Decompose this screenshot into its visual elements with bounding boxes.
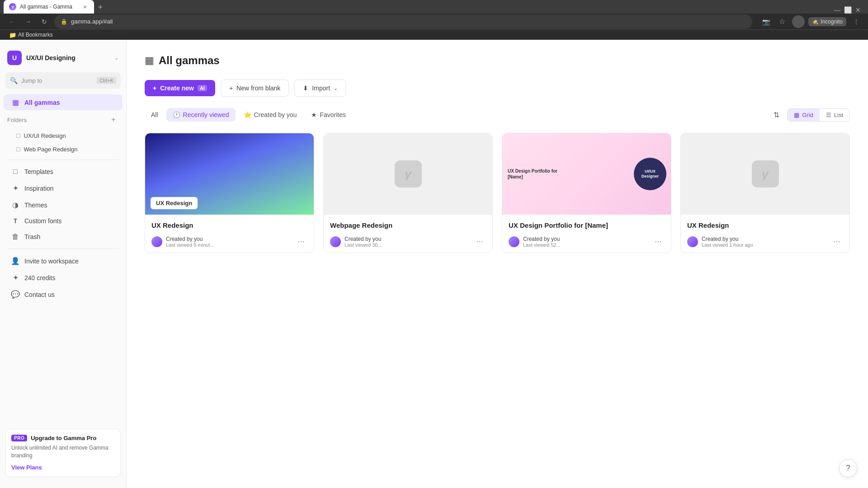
tab-close-btn[interactable]: ✕ (81, 3, 89, 10)
card-more-btn-1[interactable]: ⋯ (295, 235, 307, 248)
browser-chrome: γ All gammas - Gamma ✕ + — ⬜ ✕ ← → ↻ 🔒 g… (0, 0, 868, 40)
grid-view-btn[interactable]: ▦ Grid (788, 109, 820, 121)
card-time-2: Last viewed 30... (344, 242, 470, 248)
filter-tab-favorites[interactable]: ★ Favorites (305, 108, 352, 122)
sidebar-item-trash[interactable]: 🗑 Trash (4, 229, 123, 244)
filter-row: All 🕐 Recently viewed ⭐ Created by you ★… (145, 108, 850, 122)
action-bar: + Create new AI + New from blank ⬇ Impor… (145, 80, 850, 97)
window-minimize-btn[interactable]: — (834, 6, 840, 14)
upgrade-description: Unlock unlimited AI and remove Gamma bra… (11, 444, 115, 460)
folders-header: Folders + (0, 111, 126, 129)
back-btn[interactable]: ← (5, 15, 18, 28)
sidebar-item-contact[interactable]: 💬 Contact us (4, 286, 123, 302)
sort-btn[interactable]: ⇅ (769, 108, 783, 122)
card-author-4: Created by you (702, 236, 827, 242)
address-bar[interactable]: 🔒 gamma.app/#all (54, 14, 752, 29)
invite-label: Invite to workspace (24, 258, 79, 265)
folder-ux-ui-redesign[interactable]: □ UX/UI Redesign (4, 129, 123, 142)
card-avatar-1 (151, 236, 162, 247)
inspiration-label: Inspiration (24, 185, 54, 192)
incognito-btn[interactable]: 🕵 Incognito (808, 17, 846, 26)
all-bookmarks-item[interactable]: 📁 All Bookmarks (5, 30, 57, 40)
credits-icon: ✦ (11, 273, 20, 282)
list-view-btn[interactable]: ☰ List (820, 109, 849, 121)
card-avatar-2 (330, 236, 341, 247)
search-bar[interactable]: 🔍 Jump to Ctrl+K (5, 72, 121, 89)
sidebar-item-all-gammas[interactable]: ▦ All gammas (4, 94, 123, 110)
card-webpage-redesign[interactable]: γ Webpage Redesign Created by you Last v… (323, 133, 493, 253)
contact-icon: 💬 (11, 290, 20, 299)
sidebar-item-templates[interactable]: □ Templates (4, 164, 123, 179)
filter-tab-all[interactable]: All (145, 108, 165, 122)
import-btn[interactable]: ⬇ Import ⌄ (294, 80, 346, 97)
tab-title: All gammas - Gamma (20, 4, 78, 10)
new-from-blank-label: New from blank (236, 84, 280, 92)
new-tab-btn[interactable]: + (94, 1, 107, 14)
card-meta-text-2: Created by you Last viewed 30... (344, 236, 470, 248)
filter-tab-created-by-you[interactable]: ⭐ Created by you (237, 108, 303, 122)
camera-icon[interactable]: 📷 (760, 15, 772, 28)
card-more-btn-2[interactable]: ⋯ (473, 235, 486, 248)
forward-btn[interactable]: → (22, 15, 34, 28)
window-close-btn[interactable]: ✕ (855, 6, 861, 14)
portfolio-badge-text: UI/UXDesigner (642, 169, 659, 179)
card-thumbnail-2: γ (324, 133, 492, 215)
portfolio-badge: UI/UXDesigner (634, 158, 666, 190)
card-ux-redesign-1[interactable]: UX Redesign UX Redesign Created by you L… (145, 133, 314, 253)
window-maximize-btn[interactable]: ⬜ (844, 6, 852, 14)
folder-icon: □ (16, 132, 20, 139)
extensions-icon[interactable]: ⋮ (850, 15, 863, 28)
card-meta-text-1: Created by you Last viewed 8 minut... (166, 236, 291, 248)
active-tab[interactable]: γ All gammas - Gamma ✕ (4, 0, 94, 14)
refresh-btn[interactable]: ↻ (38, 15, 51, 28)
import-label: Import (312, 84, 330, 92)
gamma-logo-4: γ (752, 160, 779, 188)
themes-label: Themes (24, 202, 47, 209)
new-from-blank-btn[interactable]: + New from blank (221, 80, 289, 97)
filter-tab-recently-viewed[interactable]: 🕐 Recently viewed (166, 108, 236, 122)
create-new-btn[interactable]: + Create new AI (145, 80, 215, 96)
sidebar-item-themes[interactable]: ◑ Themes (4, 197, 123, 213)
plus-icon: + (153, 84, 156, 92)
card-avatar-4 (687, 236, 698, 247)
card-title-3: UX Design Portfolio for [Name] (509, 221, 665, 230)
card-ux-portfolio[interactable]: UX Design Portfolio for[Name] UI/UXDesig… (502, 133, 671, 253)
folder-icon-2: □ (16, 145, 20, 153)
bookmarks-bar: 📁 All Bookmarks (0, 29, 868, 40)
custom-fonts-icon: T (11, 217, 20, 225)
created-by-you-icon: ⭐ (244, 111, 251, 118)
card-time-1: Last viewed 8 minut... (166, 242, 291, 248)
upgrade-box: PRO Upgrade to Gamma Pro Unlock unlimite… (5, 429, 121, 477)
card-author-3: Created by you (523, 236, 648, 242)
app-container: U UX/UI Designing ⌄ 🔍 Jump to Ctrl+K ▦ A… (0, 40, 868, 488)
card-meta-1: Created by you Last viewed 8 minut... ⋯ (151, 235, 307, 248)
profile-icon[interactable] (792, 15, 805, 28)
card-ux-redesign-2[interactable]: γ UX Redesign Created by you Last viewed… (680, 133, 850, 253)
card-more-btn-4[interactable]: ⋯ (830, 235, 843, 248)
bookmark-star-icon[interactable]: ☆ (776, 15, 788, 28)
import-icon: ⬇ (303, 84, 308, 92)
workspace-header[interactable]: U UX/UI Designing ⌄ (0, 47, 126, 69)
filter-tab-favorites-label: Favorites (320, 111, 346, 118)
bookmark-folder-icon: 📁 (9, 32, 16, 38)
portfolio-badge-container: UI/UXDesigner (502, 133, 671, 215)
card-time-4: Last viewed 1 hour ago (702, 242, 827, 248)
folder-web-page-redesign[interactable]: □ Web Page Redesign (4, 143, 123, 155)
sidebar-item-inspiration[interactable]: ✦ Inspiration (4, 180, 123, 196)
list-view-label: List (834, 112, 843, 118)
workspace-avatar: U (7, 51, 22, 65)
card-meta-4: Created by you Last viewed 1 hour ago ⋯ (687, 235, 843, 248)
help-btn[interactable]: ? (839, 459, 857, 477)
all-bookmarks-label: All Bookmarks (18, 32, 53, 38)
filter-tab-all-label: All (151, 111, 158, 118)
folder-ux-ui-label: UX/UI Redesign (24, 132, 66, 139)
sidebar-item-credits[interactable]: ✦ 240 credits (4, 270, 123, 286)
view-plans-link[interactable]: View Plans (11, 464, 42, 471)
add-folder-btn[interactable]: + (108, 114, 119, 125)
sidebar-item-invite[interactable]: 👤 Invite to workspace (4, 253, 123, 269)
sidebar-item-custom-fonts[interactable]: T Custom fonts (4, 214, 123, 228)
card-more-btn-3[interactable]: ⋯ (652, 235, 665, 248)
incognito-icon: 🕵 (812, 19, 819, 25)
cards-grid: UX Redesign UX Redesign Created by you L… (145, 133, 850, 253)
card-info-1: UX Redesign Created by you Last viewed 8… (145, 215, 314, 253)
